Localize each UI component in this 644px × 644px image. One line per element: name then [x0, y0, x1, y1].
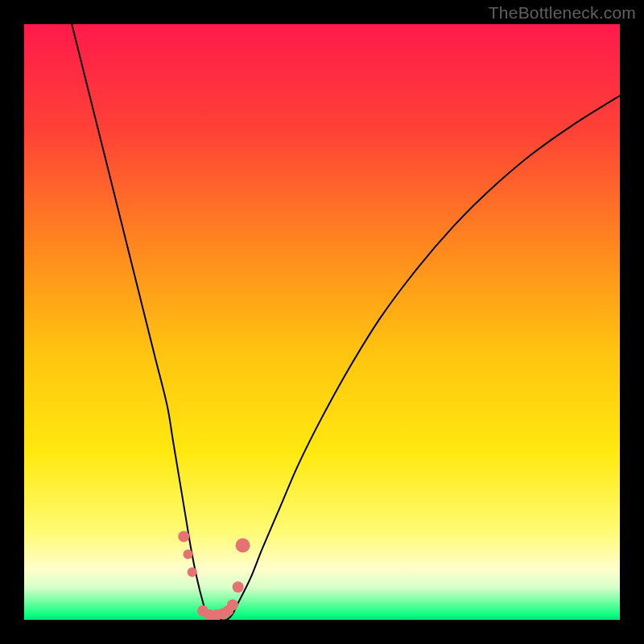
marker-dot — [188, 568, 197, 577]
marker-dot — [236, 539, 250, 553]
plot-area — [24, 24, 620, 620]
marker-dot — [178, 530, 189, 542]
marker-dot — [227, 600, 238, 611]
outer-frame: TheBottleneck.com — [0, 0, 644, 644]
marker-dot — [184, 550, 193, 559]
marker-dot — [233, 581, 244, 592]
bottleneck-curve — [72, 24, 620, 620]
watermark-text: TheBottleneck.com — [489, 3, 636, 23]
curve-layer — [24, 24, 620, 620]
marker-group — [178, 530, 250, 620]
